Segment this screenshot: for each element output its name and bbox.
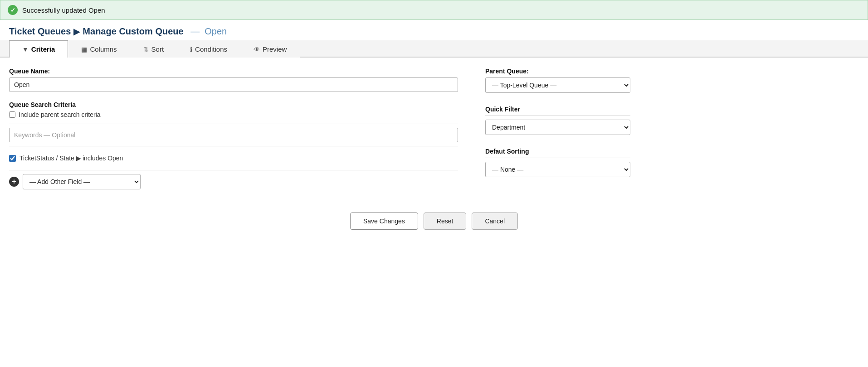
page-title: Manage Custom Queue [83,26,183,37]
save-button[interactable]: Save Changes [350,212,418,230]
divider-2 [9,146,458,146]
queue-search-section: Queue Search Criteria Include parent sea… [9,101,458,189]
criteria-icon: ▼ [22,46,29,53]
parent-queue-select[interactable]: — Top-Level Queue — None [485,77,630,93]
queue-search-title: Queue Search Criteria [9,101,458,108]
criteria-value: includes Open [83,155,123,162]
add-field-select[interactable]: — Add Other Field — Status Priority Depa… [23,174,141,189]
main-content: Queue Name: Queue Search Criteria Includ… [0,58,868,199]
quick-filter-select[interactable]: Department Priority Status None [485,120,630,135]
criteria-arrow-icon: ▶ [76,155,81,162]
success-banner: Successfully updated Open [0,0,868,20]
criteria-field: TicketStatus / State [20,155,74,162]
default-sorting-label: Defaut Sorting [485,148,630,155]
parent-queue-group: Parent Queue: — Top-Level Queue — None [485,68,630,93]
tab-sort-label: Sort [151,45,164,53]
page-header: Ticket Queues ▶ Manage Custom Queue — Op… [0,20,868,40]
add-field-icon[interactable]: + [9,177,19,187]
keywords-input[interactable] [9,128,458,142]
include-parent-label: Include parent search criteria [19,111,101,118]
default-sorting-group: Defaut Sorting — None — Created Date Asc… [485,148,630,177]
add-field-row: + — Add Other Field — Status Priority De… [9,174,458,189]
keywords-wrap [9,128,458,142]
queue-name-section: Queue Name: [9,68,458,92]
conditions-icon: ℹ [190,46,192,53]
tab-columns[interactable]: ▦ Columns [68,40,130,58]
tabs-bar: ▼ Criteria ▦ Columns ⇅ Sort ℹ Conditions… [0,40,868,58]
quick-filter-label: Quick Filter [485,106,630,113]
tab-columns-label: Columns [90,45,117,53]
success-icon [8,5,18,15]
quick-filter-group: Quick Filter Department Priority Status … [485,106,630,135]
tab-criteria[interactable]: ▼ Criteria [9,40,68,58]
criteria-text: TicketStatus / State ▶ includes Open [20,155,123,162]
breadcrumb-link[interactable]: Ticket Queues [9,26,71,37]
include-parent-row: Include parent search criteria [9,111,458,118]
columns-icon: ▦ [81,46,87,53]
criteria-checkbox[interactable] [9,155,16,162]
queue-name-subtitle: Open [205,26,227,36]
reset-button[interactable]: Reset [424,212,467,230]
cancel-button[interactable]: Cancel [472,212,518,230]
default-sorting-divider [485,158,630,158]
sort-icon: ⇅ [143,46,149,53]
footer-buttons: Save Changes Reset Cancel [0,199,868,239]
queue-name-label: Queue Name: [9,68,458,75]
tab-criteria-label: Criteria [31,45,55,53]
right-panel: Parent Queue: — Top-Level Queue — None Q… [485,68,630,190]
default-sorting-select[interactable]: — None — Created Date Asc Created Date D… [485,162,630,177]
tab-sort[interactable]: ⇅ Sort [130,40,177,58]
tab-preview[interactable]: 👁 Preview [240,40,300,58]
breadcrumb-arrow: ▶ [73,27,80,37]
tab-preview-label: Preview [263,45,287,53]
parent-queue-label: Parent Queue: [485,68,630,75]
criteria-row: TicketStatus / State ▶ includes Open [9,150,458,166]
quick-filter-divider [485,116,630,116]
queue-name-input[interactable] [9,77,458,92]
page-subtitle: — Open [188,26,227,37]
success-message: Successfully updated Open [22,6,105,14]
divider-3 [9,170,458,170]
tab-conditions-label: Conditions [195,45,227,53]
preview-icon: 👁 [254,46,260,53]
include-parent-checkbox[interactable] [9,111,15,118]
left-panel: Queue Name: Queue Search Criteria Includ… [9,68,458,190]
divider-1 [9,124,458,124]
tab-conditions[interactable]: ℹ Conditions [177,40,240,58]
